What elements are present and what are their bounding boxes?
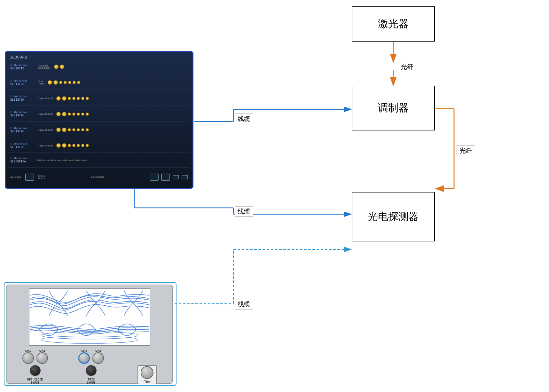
- fiber-label-1: 光纤: [398, 62, 416, 72]
- photodetector-box: 光电探测器: [352, 192, 435, 241]
- ch2-ref-knob[interactable]: [36, 352, 48, 364]
- ch1-trig-knob[interactable]: [78, 352, 90, 364]
- cable-label-3: 线缆: [235, 299, 253, 310]
- trig-input-label: TRIGINPUT: [87, 378, 95, 384]
- scope-screen: [29, 288, 150, 346]
- ch1-trig-label: CH1: [78, 349, 90, 352]
- ch1-ref-knob[interactable]: [22, 352, 34, 364]
- oscilloscope-panel: CH1 CH2 REF CLOCKINPUT CH1 CH2: [6, 285, 173, 384]
- ch1-ref-label: CH1: [22, 349, 34, 352]
- ref-clock-label: REF CLOCKINPUT: [27, 378, 43, 384]
- trig-main-knob[interactable]: [86, 365, 97, 376]
- laser-label: 激光器: [378, 17, 409, 31]
- ch2-ref-label: CH2: [36, 349, 48, 352]
- fiber-label-2: 光纤: [457, 145, 475, 156]
- instrument-rack: SL3604B ⬡ StellarLab SL32071B Data DataI…: [5, 51, 193, 189]
- fiber-connector[interactable]: Fiber: [137, 365, 157, 384]
- cable-label-2: 线缆: [235, 206, 253, 217]
- laser-box: 激光器: [352, 6, 435, 42]
- ref-clock-main-knob[interactable]: [30, 365, 41, 376]
- modulator-box: 调制器: [352, 86, 435, 130]
- svg-rect-18: [30, 289, 149, 345]
- modulator-label: 调制器: [378, 101, 409, 115]
- ch2-trig-label: CH2: [92, 349, 104, 352]
- photodetector-label: 光电探测器: [368, 210, 419, 224]
- ch2-trig-knob[interactable]: [92, 352, 104, 364]
- fiber-label: Fiber: [144, 380, 151, 384]
- cable-label-1: 线缆: [235, 114, 253, 124]
- fiber-knob[interactable]: [141, 366, 153, 379]
- rack-label: SL3604B: [10, 55, 27, 59]
